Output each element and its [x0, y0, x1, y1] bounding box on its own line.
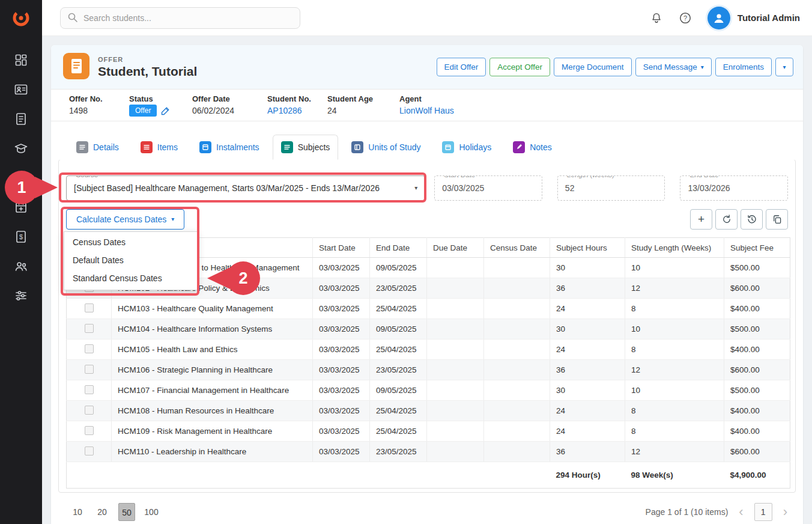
- edit-offer-button[interactable]: Edit Offer: [437, 58, 486, 76]
- search-input[interactable]: [60, 7, 300, 29]
- caret-down-icon: ▾: [414, 185, 417, 191]
- offer-tabs: Details Items Instalments Subjects Units…: [51, 121, 803, 160]
- tab-units-of-study[interactable]: Units of Study: [343, 135, 429, 160]
- status-field: Status Offer: [129, 94, 192, 121]
- sidebar-item-courses[interactable]: [0, 133, 42, 163]
- accept-offer-button[interactable]: Accept Offer: [489, 58, 550, 76]
- annotation-arrow-right: [35, 177, 58, 198]
- student-no-field: Student No. AP10286: [267, 94, 327, 121]
- agent-link[interactable]: LionWolf Haus: [399, 106, 454, 115]
- tab-items[interactable]: Items: [132, 135, 186, 160]
- totals-row: 294 Hour(s) 98 Week(s) $4,900.00: [67, 462, 790, 489]
- add-subject-button[interactable]: +: [690, 209, 712, 230]
- sliders-icon: [14, 288, 28, 303]
- row-checkbox[interactable]: [85, 344, 94, 353]
- agent-field: Agent LionWolf Haus: [399, 94, 460, 121]
- sidebar-item-contacts[interactable]: [0, 75, 42, 104]
- search-icon: [67, 12, 78, 23]
- sidebar-item-settings[interactable]: [0, 281, 42, 310]
- pager: 10 20 50 100 Page 1 of 1 (10 items) ‹ 1 …: [58, 500, 796, 524]
- invoice-icon: $: [14, 230, 28, 244]
- topbar-right: ? Tutorial Admin: [650, 7, 800, 29]
- offer-info-bar: Offer No. 1498 Status Offer Offer Date 0…: [51, 89, 803, 121]
- subjects-tab-icon: [281, 141, 293, 153]
- tab-notes[interactable]: Notes: [504, 135, 560, 160]
- units-of-study-tab-icon: [351, 141, 363, 153]
- instalments-tab-icon: [199, 141, 211, 153]
- due-date-column-header: Due Date: [427, 238, 484, 258]
- tab-instalments[interactable]: Instalments: [191, 135, 268, 160]
- table-row: HCM103 - Healthcare Quality Management 0…: [67, 299, 790, 319]
- next-page-icon[interactable]: ›: [781, 505, 790, 519]
- census-dropdown-menu: Census Dates Default Dates Standard Cens…: [64, 231, 198, 290]
- total-weeks: 98 Week(s): [625, 462, 724, 489]
- enrolments-button[interactable]: Enrolments: [715, 58, 772, 76]
- notifications-button[interactable]: [650, 11, 663, 25]
- caret-down-icon: ▾: [171, 216, 174, 222]
- user-menu[interactable]: Tutorial Admin: [707, 7, 800, 29]
- items-tab-icon: [141, 141, 153, 153]
- table-row: HCM107 - Financial Management in Healthc…: [67, 380, 790, 401]
- app-logo-icon[interactable]: [0, 0, 42, 36]
- row-checkbox[interactable]: [85, 365, 94, 374]
- menu-item-default-dates[interactable]: Default Dates: [64, 251, 197, 269]
- student-no-link[interactable]: AP10286: [267, 106, 321, 115]
- row-checkbox[interactable]: [85, 303, 94, 312]
- send-message-button[interactable]: Send Message▾: [635, 58, 712, 76]
- tab-subjects[interactable]: Subjects: [273, 135, 339, 160]
- more-actions-button[interactable]: ▾: [775, 58, 793, 76]
- users-icon: [14, 259, 28, 273]
- menu-item-standard-census-dates[interactable]: Standard Census Dates: [64, 269, 197, 287]
- row-checkbox[interactable]: [85, 406, 94, 415]
- student-age-field: Student Age 24: [327, 94, 399, 121]
- help-button[interactable]: ?: [679, 11, 692, 25]
- merge-document-button[interactable]: Merge Document: [554, 58, 632, 76]
- contact-card-icon: [14, 82, 28, 97]
- refresh-icon: [721, 214, 732, 225]
- graduation-cap-icon: [14, 141, 28, 156]
- sidebar-item-offers[interactable]: [0, 104, 42, 133]
- row-checkbox[interactable]: [85, 426, 94, 435]
- course-select[interactable]: Course [Subject Based] Healthcare Manage…: [66, 175, 425, 201]
- refresh-button[interactable]: [715, 209, 738, 230]
- study-length-column-header: Study Length (Weeks): [625, 238, 724, 258]
- page-size-10[interactable]: 10: [69, 503, 86, 521]
- current-page-button[interactable]: 1: [754, 503, 772, 521]
- subject-cell: HCM103 - Healthcare Quality Management: [112, 299, 313, 319]
- prev-page-icon[interactable]: ‹: [736, 505, 745, 519]
- user-name: Tutorial Admin: [738, 13, 800, 23]
- status-badge: Offer: [129, 105, 157, 117]
- menu-item-census-dates[interactable]: Census Dates: [64, 233, 197, 251]
- tab-holidays[interactable]: Holidays: [434, 135, 500, 160]
- tab-details[interactable]: Details: [68, 135, 127, 160]
- copy-button[interactable]: [766, 209, 788, 230]
- row-checkbox[interactable]: [85, 324, 94, 333]
- holidays-tab-icon: [442, 141, 454, 153]
- table-row: HCM104 - Healthcare Information Systems …: [67, 319, 790, 340]
- edit-status-icon[interactable]: [161, 106, 170, 115]
- caret-down-icon: ▾: [783, 64, 786, 70]
- row-checkbox[interactable]: [85, 446, 94, 455]
- copy-icon: [772, 214, 783, 225]
- history-button[interactable]: [741, 209, 763, 230]
- length-weeks-field: Length (weeks) 52: [557, 175, 665, 201]
- calculate-census-dates-button[interactable]: Calculate Census Dates ▾: [66, 209, 184, 230]
- page-size-20[interactable]: 20: [94, 503, 111, 521]
- details-tab-icon: [76, 141, 88, 153]
- page-size-50[interactable]: 50: [118, 503, 135, 521]
- end-date-field: End Date 13/03/2026: [680, 175, 788, 201]
- sidebar-item-agents[interactable]: [0, 251, 42, 281]
- row-checkbox[interactable]: [85, 385, 94, 394]
- logo-swirl-icon: [11, 8, 31, 28]
- offer-header: OFFER Student, Tutorial Edit Offer Accep…: [51, 45, 803, 89]
- annotation-step-1: 1: [5, 171, 38, 204]
- subjects-actions-row: Calculate Census Dates ▾ +: [66, 209, 788, 230]
- page-size-100[interactable]: 100: [143, 503, 160, 521]
- sidebar-item-dashboard[interactable]: [0, 45, 42, 75]
- sidebar-item-invoices[interactable]: $: [0, 222, 42, 251]
- svg-text:$: $: [19, 233, 23, 240]
- subject-cell: HCM107 - Financial Management in Healthc…: [112, 380, 313, 401]
- start-date-field: Start Date 03/03/2025: [434, 175, 542, 201]
- total-fee: $4,900.00: [724, 462, 790, 489]
- offer-no-field: Offer No. 1498: [69, 94, 129, 121]
